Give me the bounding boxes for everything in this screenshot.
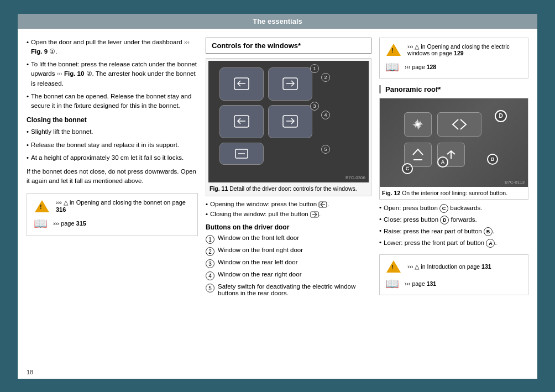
- left-page-text: ››› page 315: [53, 220, 86, 227]
- num-badge-3: 3: [206, 259, 214, 268]
- right-bullet-text: Raise: press the rear part of button B.: [384, 227, 494, 236]
- header-title: The essentials: [253, 17, 302, 25]
- left-ref-box: ››› △ in Opening and closing the bonnet …: [27, 193, 198, 236]
- mid-bullet-1: • Opening the window: press the button .: [206, 201, 371, 208]
- panoramic-heading: Panoramic roof*: [385, 85, 441, 93]
- buttons-heading: Buttons on the driver door: [206, 223, 371, 231]
- bullet-1: • Open the door and pull the lever under…: [27, 38, 198, 57]
- right-page-row-1: 📖 ››› page 128: [385, 60, 522, 74]
- window-controls-image: 1 2 3 4: [208, 61, 369, 182]
- circle-C: C: [402, 163, 413, 174]
- book-icon-right: 📖: [385, 60, 399, 74]
- bullet-dot: •: [206, 201, 208, 207]
- sunroof-buttons-area: D C A B: [399, 107, 509, 179]
- page-container: The essentials • Open the door and pull …: [18, 14, 537, 379]
- bullet-dot: •: [379, 239, 381, 245]
- closing-bullet-1: • Slightly lift the bonnet.: [27, 127, 198, 137]
- right-bullet-4: • Lower: press the front part of button …: [379, 239, 528, 248]
- fig-12-caption: Fig. 12 On the interior roof lining: sun…: [380, 187, 528, 200]
- num-3: 3: [310, 102, 319, 111]
- closing-note: If the bonnet does not close, do not pre…: [27, 167, 198, 186]
- page-number: 18: [27, 369, 33, 375]
- right-bullet-text: Close: press button D forwards.: [384, 216, 477, 224]
- num-badge-5: 5: [206, 284, 214, 292]
- book-icon-right-2: 📖: [385, 277, 399, 290]
- bullet-text: Release the bonnet stay and replace it i…: [31, 140, 179, 150]
- bullet-dot: •: [27, 38, 29, 57]
- list-item-4: 4 Window on the rear right door: [206, 271, 371, 280]
- num-badge-1: 1: [206, 235, 214, 244]
- right-warning-row-1: ››› △ in Opening and closing the electri…: [385, 43, 522, 57]
- warning-triangle-icon-2: [386, 260, 401, 273]
- list-item-text: Safety switch for deactivating the elect…: [218, 283, 371, 296]
- right-warning-icon-wrap: [385, 43, 402, 57]
- closing-bullet-3: • At a height of approximately 30 cm let…: [27, 153, 198, 163]
- right-bullet-1: • Open: press button C backwards.: [379, 204, 528, 213]
- fig-11-caption: Fig. 11 Detail of the driver door: contr…: [208, 182, 369, 194]
- middle-column: Controls for the windows*: [206, 38, 371, 300]
- wc-btn-3: [219, 105, 264, 138]
- right-page-text-1: ››› page 128: [405, 64, 436, 70]
- bullet-dot: •: [27, 127, 29, 137]
- num-4: 4: [321, 111, 330, 119]
- list-item-5: 5 Safety switch for deactivating the ele…: [206, 283, 371, 296]
- bullet-dot: •: [27, 140, 29, 150]
- bullet-2: • To lift the bonnet: press the release …: [27, 60, 198, 88]
- num-badge-4: 4: [206, 271, 214, 280]
- bullet-text: To lift the bonnet: press the release ca…: [31, 60, 198, 88]
- closing-heading: Closing the bonnet: [27, 116, 198, 124]
- bullet-dot: •: [27, 92, 29, 111]
- warning-icon: [35, 200, 49, 212]
- list-item-text: Window on the rear left door: [218, 259, 297, 265]
- left-ref-warning-row: ››› △ in Opening and closing the bonnet …: [34, 199, 191, 213]
- window-controls-figure: 1 2 3 4: [206, 58, 371, 197]
- left-ref-page-row: 📖 ››› page 315: [34, 217, 191, 230]
- bullet-dot: •: [379, 227, 381, 234]
- sunroof-arrows-btn: [437, 112, 481, 137]
- mid-section-title: Controls for the windows*: [206, 38, 371, 54]
- list-item-text: Window on the front left door: [218, 234, 299, 241]
- right-bullet-text: Open: press button C backwards.: [384, 204, 482, 213]
- bullet-dot: •: [379, 204, 381, 211]
- right-column: ››› △ in Opening and closing the electri…: [379, 38, 528, 300]
- wc-btn-1: [219, 67, 264, 101]
- num-1: 1: [310, 64, 319, 73]
- bullet-dot: •: [206, 211, 208, 217]
- mid-bullet-text: Opening the window: press the button .: [210, 201, 329, 208]
- panoramic-heading-wrap: Panoramic roof*: [379, 85, 528, 93]
- num-badge-2: 2: [206, 247, 214, 256]
- circle-A: A: [437, 156, 448, 168]
- wc-btn-4: [268, 105, 312, 138]
- bullet-3: • The bonnet can be opened. Release the …: [27, 92, 198, 111]
- bullet-text: Open the door and pull the lever under t…: [31, 38, 198, 57]
- bullet-dot: •: [27, 60, 29, 88]
- list-item-1: 1 Window on the front left door: [206, 234, 371, 244]
- page-header: The essentials: [18, 14, 537, 29]
- bullet-text: The bonnet can be opened. Release the bo…: [31, 92, 198, 111]
- list-item-3: 3 Window on the rear left door: [206, 259, 371, 268]
- page-content: • Open the door and pull the lever under…: [18, 29, 537, 309]
- mid-bullets: • Opening the window: press the button .…: [206, 201, 371, 218]
- right-page-row-2: 📖 ››› page 131: [385, 277, 522, 290]
- warning-triangle-icon: [386, 44, 401, 56]
- sunroof-fan-btn: [404, 112, 432, 137]
- right-bullets: • Open: press button C backwards. • Clos…: [379, 204, 528, 248]
- mid-bullet-2: • Closing the window: pull the button .: [206, 211, 371, 218]
- bullet-dot: •: [379, 216, 381, 222]
- list-item-text: Window on the front right door: [218, 247, 303, 253]
- bullet-text: At a height of approximately 30 cm let i…: [31, 153, 184, 163]
- book-icon: 📖: [34, 217, 48, 230]
- left-column: • Open the door and pull the lever under…: [27, 38, 198, 300]
- right-ref-box-1: ››› △ in Opening and closing the electri…: [379, 38, 528, 79]
- circle-D: D: [495, 110, 507, 122]
- mid-bullet-text: Closing the window: pull the button .: [210, 211, 321, 218]
- bullet-dot: •: [27, 153, 29, 163]
- right-warning-text-2: ››› △ in Introduction on page 131: [407, 263, 491, 270]
- list-item-2: 2 Window on the front right door: [206, 247, 371, 256]
- num-2: 2: [321, 73, 330, 82]
- right-warning-row-2: ››› △ in Introduction on page 131: [385, 259, 522, 274]
- fig-code: B7C-0306: [345, 175, 365, 180]
- right-bullet-text: Lower: press the front part of button A.: [384, 239, 497, 248]
- right-bullet-2: • Close: press button D forwards.: [379, 216, 528, 224]
- bullet-text: Slightly lift the bonnet.: [31, 127, 93, 137]
